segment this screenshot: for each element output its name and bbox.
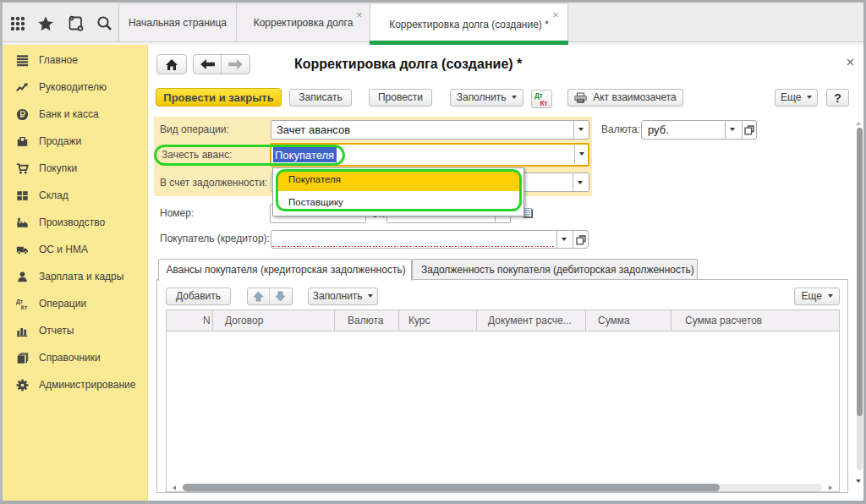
svg-text:Дт: Дт	[534, 92, 543, 100]
svg-text:Кт: Кт	[540, 100, 547, 107]
svg-text:Кт: Кт	[21, 304, 28, 310]
